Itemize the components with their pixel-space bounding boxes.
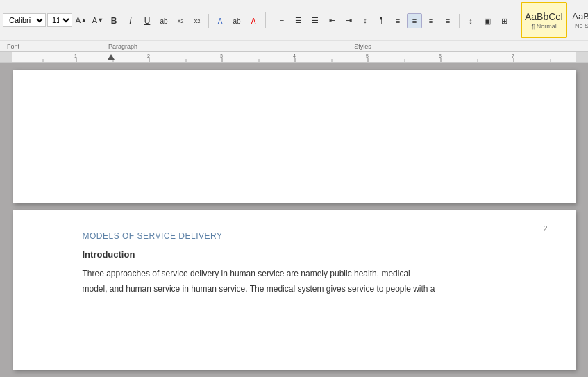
subscript-button[interactable]: x2 [173,13,188,28]
style-normal-label: ¶ Normal [531,23,556,30]
styles-section-label: Styles [140,43,585,50]
numbering-button[interactable]: ☰ [291,12,306,28]
shading-button[interactable]: ▣ [480,13,495,28]
borders-button[interactable]: ⊞ [496,13,512,28]
styles-section: AaBbCcI ¶ Normal AaBbCcI No Spaci... AaB… [518,2,588,38]
grow-font-button[interactable]: A▲ [74,12,89,28]
align-right-button[interactable]: ≡ [423,13,439,28]
doc-body-line2: model, and human service in human servic… [83,282,520,297]
font-name-dropdown[interactable]: Calibri [3,13,46,27]
svg-text:2: 2 [147,53,150,58]
doc-title: MODELS OF SERVICE DELIVERY [83,231,520,241]
doc-body-line1: Three approaches of service delivery in … [83,267,520,282]
font-color-button[interactable]: A [246,13,261,28]
page-1 [13,70,576,203]
sort-button[interactable]: ↕ [358,12,373,28]
paragraph-section: ≡ ☰ ☰ ⇤ ⇥ ↕ ¶ ≡ ≡ ≡ ≡ ↕ ▣ ⊞ [270,12,516,28]
para-section-label: Paragraph [106,43,140,50]
style-nospace-label: No Spaci... [575,22,588,29]
increase-indent-button[interactable]: ⇥ [341,12,356,28]
font-section-label: Font [3,43,22,50]
page-number: 2 [543,224,547,233]
font-size-dropdown[interactable]: 11 [47,13,72,27]
svg-text:6: 6 [439,53,442,58]
section-labels-row: Font Paragraph Styles [0,40,588,51]
svg-text:1: 1 [74,53,77,58]
doc-area: 2 MODELS OF SERVICE DELIVERY Introductio… [0,63,588,377]
doc-heading: Introduction [83,249,520,260]
svg-text:7: 7 [512,53,514,58]
style-normal[interactable]: AaBbCcI ¶ Normal [521,2,567,38]
ruler: 1 2 3 4 5 6 7 [0,52,588,63]
svg-rect-1 [0,52,12,63]
superscript-button[interactable]: x2 [190,13,205,28]
justify-button[interactable]: ≡ [440,13,455,28]
text-effects-button[interactable]: A [212,13,228,28]
bullets-button[interactable]: ≡ [274,12,289,28]
svg-text:5: 5 [366,53,369,58]
style-normal-preview: AaBbCcI [525,11,563,22]
pilcrow-button[interactable]: ¶ [374,12,389,28]
ruler-inner: 1 2 3 4 5 6 7 [0,52,588,62]
line-spacing-button[interactable]: ↕ [463,13,478,28]
align-left-button[interactable]: ≡ [390,13,405,28]
ribbon-row1: Calibri 11 A▲ A▼ B I U ab x2 x2 A ab A [0,0,588,40]
decrease-indent-button[interactable]: ⇤ [324,12,339,28]
multilevel-button[interactable]: ☰ [308,12,323,28]
font-section: Calibri 11 A▲ A▼ B I U ab x2 x2 A ab A [3,12,266,28]
style-nospace-preview: AaBbCcI [572,11,588,22]
underline-button[interactable]: U [140,13,155,28]
svg-rect-2 [576,52,588,63]
align-center-button[interactable]: ≡ [407,13,422,28]
page-2: 2 MODELS OF SERVICE DELIVERY Introductio… [13,210,576,370]
strikethrough-button[interactable]: ab [156,13,171,28]
highlight-button[interactable]: ab [229,13,244,28]
svg-text:4: 4 [293,53,296,58]
style-nospace[interactable]: AaBbCcI No Spaci... [569,2,588,38]
italic-button[interactable]: I [123,13,138,28]
bold-button[interactable]: B [106,13,121,28]
shrink-font-button[interactable]: A▼ [90,12,106,28]
toolbar: Calibri 11 A▲ A▼ B I U ab x2 x2 A ab A [0,0,588,52]
svg-text:3: 3 [220,53,223,58]
